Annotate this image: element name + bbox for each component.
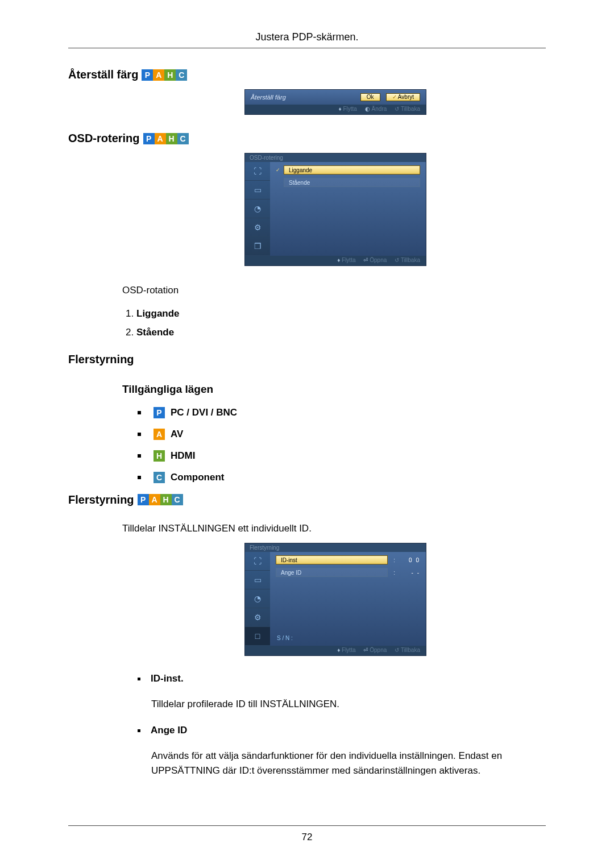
multi-icon[interactable]: ❒: [245, 237, 270, 256]
osd-menu-body: ⛶ ▭ ◔ ⚙ ❒ ✓ Liggande Stående: [245, 162, 426, 256]
row-id-inst[interactable]: ID-inst : 0 0: [276, 555, 420, 564]
badge-p-icon: P: [143, 133, 155, 144]
option-label: Stående: [284, 178, 420, 187]
badge-h-icon: H: [166, 133, 177, 144]
serial-number-label: S / N :: [276, 635, 420, 641]
term-label: ID-inst.: [151, 673, 184, 684]
page: Justera PDP-skärmen. Återställ färg P A …: [0, 0, 614, 868]
doc-header-title: Justera PDP-skärmen.: [68, 31, 546, 43]
colon: :: [391, 557, 397, 563]
check-icon: ✓: [276, 167, 280, 173]
badge-h-icon: H: [160, 494, 172, 505]
row-value: - -: [401, 570, 420, 576]
osd-menu-header: Flerstyrning: [245, 543, 426, 552]
osd-dialog-label: Återställ färg: [251, 94, 355, 101]
section-osd-rotation-title: OSD-rotering P A H C: [68, 132, 546, 145]
osd-rotation-label: OSD-rotation: [122, 283, 546, 298]
osd-menu-rotation: OSD-rotering ⛶ ▭ ◔ ⚙ ❒ ✓ Liggande Ståend…: [244, 153, 426, 266]
mode-label: Component: [171, 472, 224, 483]
mode-pc-dvi-bnc: PPC / DVI / BNC: [138, 407, 546, 418]
mode-component: CComponent: [138, 472, 546, 483]
settings-icon[interactable]: ⚙: [245, 608, 270, 627]
badge-h-icon: H: [154, 450, 165, 462]
page-number: 72: [68, 832, 546, 843]
hint-open: ⏎ Öppna: [363, 647, 387, 653]
osd-main: ID-inst : 0 0 Ange ID : - - S / N :: [270, 552, 426, 646]
osd-row: Återställ färg Ok ✓ Avbryt: [245, 90, 426, 105]
osd-menu-body: ⛶ ▭ ◔ ⚙ □ ID-inst : 0 0 Ange ID : - - S …: [245, 552, 426, 646]
osd-footer: ♦ Flytta ◐ Ändra ↺ Tillbaka: [245, 105, 426, 114]
badge-p-icon: P: [138, 494, 149, 505]
term-label: Ange ID: [151, 725, 187, 736]
osd-sidebar: ⛶ ▭ ◔ ⚙ ❒: [245, 162, 270, 256]
cancel-button[interactable]: ✓ Avbryt: [386, 93, 420, 101]
multi-icon[interactable]: □: [245, 627, 270, 646]
osd-menu-footer: ♦ Flytta ⏎ Öppna ↺ Tillbaka: [245, 256, 426, 265]
hint-move: ♦ Flytta: [338, 106, 356, 112]
osd-menu-footer: ♦ Flytta ⏎ Öppna ↺ Tillbaka: [245, 646, 426, 655]
hint-move: ♦ Flytta: [337, 257, 355, 263]
section-reset-color-title: Återställ färg P A H C: [68, 68, 546, 81]
osd-menu-header: OSD-rotering: [245, 153, 426, 162]
timer-icon[interactable]: ◔: [245, 200, 270, 218]
desc-ange-id: Ange ID Används för att välja sändarfunk…: [138, 725, 546, 779]
header-rule: [68, 48, 546, 48]
badge-c-icon: C: [176, 69, 187, 81]
badge-row: P A H C: [143, 133, 189, 144]
hint-move: ♦ Flytta: [337, 647, 355, 653]
title-text: Återställ färg: [68, 68, 138, 81]
badge-a-icon: A: [154, 429, 165, 440]
osd-main: ✓ Liggande Stående: [270, 162, 426, 256]
row-label: ID-inst: [276, 555, 388, 564]
row-label: Ange ID: [276, 568, 388, 577]
mode-label: PC / DVI / BNC: [171, 407, 237, 418]
badge-c-icon: C: [172, 494, 183, 505]
option-landscape[interactable]: ✓ Liggande: [276, 165, 420, 175]
hint-open: ⏎ Öppna: [363, 257, 387, 263]
option-portrait[interactable]: Stående: [276, 178, 420, 187]
hint-back: ↺ Tillbaka: [395, 106, 420, 112]
term-explanation: Tilldelar profilerade ID till INSTÄLLNIN…: [151, 697, 546, 712]
mode-label: AV: [171, 429, 183, 440]
picture-icon[interactable]: ⛶: [245, 552, 270, 571]
timer-icon[interactable]: ◔: [245, 589, 270, 608]
row-value: 0 0: [401, 557, 420, 563]
section-multicontrol-title: Flerstyrning: [68, 353, 546, 366]
title-text: OSD-rotering: [68, 132, 140, 145]
hint-change: ◐ Ändra: [365, 106, 387, 112]
badge-a-icon: A: [155, 133, 166, 144]
title-text: Flerstyrning: [68, 493, 134, 506]
colon: :: [391, 570, 397, 576]
mode-label: HDMI: [171, 450, 195, 462]
description-list: ID-inst. Tilldelar profilerade ID till I…: [138, 673, 546, 778]
badge-c-icon: C: [154, 472, 165, 483]
osd-sidebar: ⛶ ▭ ◔ ⚙ □: [245, 552, 270, 646]
badge-p-icon: P: [142, 69, 153, 81]
footer-rule: [68, 825, 546, 826]
badge-c-icon: C: [177, 133, 189, 144]
desc-id-inst: ID-inst. Tilldelar profilerade ID till I…: [138, 673, 546, 712]
picture-icon[interactable]: ⛶: [245, 162, 270, 181]
cancel-label: Avbryt: [398, 94, 414, 100]
option-label: Liggande: [284, 165, 420, 175]
badge-p-icon: P: [154, 407, 165, 418]
badge-row: P A H C: [142, 69, 187, 81]
settings-icon[interactable]: ⚙: [245, 218, 270, 237]
mode-av: AAV: [138, 429, 546, 440]
osd-menu-multicontrol: Flerstyrning ⛶ ▭ ◔ ⚙ □ ID-inst : 0 0 Ang…: [244, 543, 426, 656]
ok-button[interactable]: Ok: [360, 93, 380, 101]
input-icon[interactable]: ▭: [245, 571, 270, 589]
page-footer: 72: [68, 825, 546, 843]
term-explanation: Används för att välja sändarfunktioner f…: [151, 749, 546, 779]
osd-dialog-reset-color: Återställ färg Ok ✓ Avbryt ♦ Flytta ◐ Än…: [244, 89, 426, 115]
rotation-options-list: Liggande Stående: [136, 305, 546, 342]
row-ange-id[interactable]: Ange ID : - -: [276, 568, 420, 577]
input-icon[interactable]: ▭: [245, 181, 270, 200]
badge-h-icon: H: [164, 69, 176, 81]
hint-back: ↺ Tillbaka: [395, 647, 420, 653]
section-multicontrol2-title: Flerstyrning P A H C: [68, 493, 546, 506]
list-item: Stående: [136, 323, 546, 342]
badge-a-icon: A: [153, 69, 164, 81]
list-item: Liggande: [136, 305, 546, 323]
badge-a-icon: A: [149, 494, 160, 505]
